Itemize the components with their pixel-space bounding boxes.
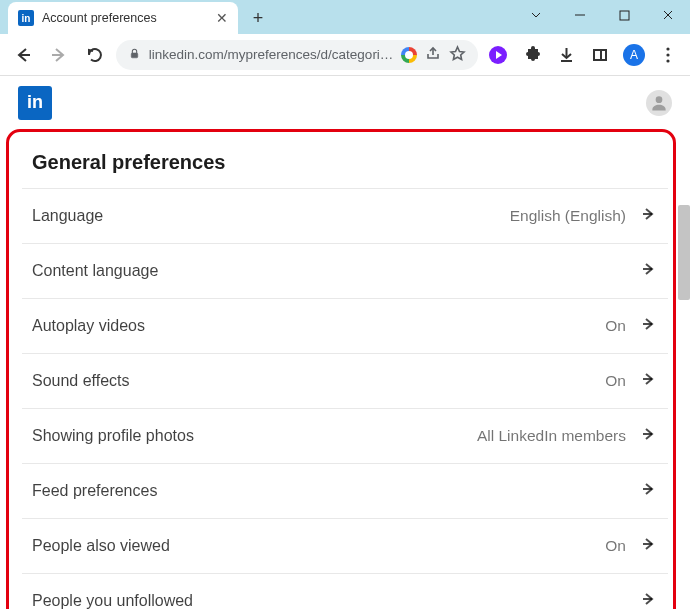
extension-play-icon[interactable]: [484, 41, 512, 69]
scrollbar-thumb[interactable]: [678, 205, 690, 300]
svg-rect-1: [620, 11, 629, 20]
svg-point-14: [666, 53, 669, 56]
arrow-right-icon: [640, 315, 658, 337]
pref-label: Language: [32, 207, 103, 225]
svg-marker-8: [451, 47, 464, 60]
pref-value: On: [605, 372, 626, 390]
nav-forward-button[interactable]: [44, 40, 74, 70]
arrow-right-icon: [640, 425, 658, 447]
tab-close-icon[interactable]: ✕: [216, 10, 228, 26]
pref-label: People you unfollowed: [32, 592, 193, 609]
pref-row-profile-photos[interactable]: Showing profile photos All LinkedIn memb…: [22, 408, 668, 463]
me-avatar[interactable]: [646, 90, 672, 116]
arrow-right-icon: [640, 590, 658, 609]
pref-label: Sound effects: [32, 372, 130, 390]
arrow-right-icon: [640, 480, 658, 502]
downloads-icon[interactable]: [552, 41, 580, 69]
browser-tab[interactable]: in Account preferences ✕: [8, 2, 238, 34]
svg-point-13: [666, 47, 669, 50]
pref-row-autoplay-videos[interactable]: Autoplay videos On: [22, 298, 668, 353]
window-titlebar: in Account preferences ✕ +: [0, 0, 690, 34]
arrow-right-icon: [640, 260, 658, 282]
content-area: General preferences Language English (En…: [0, 129, 690, 609]
general-preferences-card: General preferences Language English (En…: [22, 129, 668, 609]
pref-row-people-unfollowed[interactable]: People you unfollowed: [22, 573, 668, 609]
site-header: in: [0, 76, 690, 129]
lock-icon: [128, 47, 141, 63]
new-tab-button[interactable]: +: [244, 4, 272, 32]
window-minimize-button[interactable]: [558, 0, 602, 30]
pref-value: All LinkedIn members: [477, 427, 626, 445]
pref-value: English (English): [510, 207, 626, 225]
svg-point-15: [666, 59, 669, 62]
pref-row-content-language[interactable]: Content language: [22, 243, 668, 298]
section-title: General preferences: [22, 129, 668, 188]
svg-point-16: [656, 96, 663, 103]
pref-row-feed-preferences[interactable]: Feed preferences: [22, 463, 668, 518]
pref-label: People also viewed: [32, 537, 170, 555]
pref-value: On: [605, 537, 626, 555]
arrow-right-icon: [640, 535, 658, 557]
chevron-down-icon[interactable]: [514, 0, 558, 30]
linkedin-favicon: in: [18, 10, 34, 26]
bookmark-star-icon[interactable]: [449, 45, 466, 65]
arrow-right-icon: [640, 205, 658, 227]
pref-label: Autoplay videos: [32, 317, 145, 335]
window-close-button[interactable]: [646, 0, 690, 30]
profile-avatar-button[interactable]: A: [620, 41, 648, 69]
pref-label: Showing profile photos: [32, 427, 194, 445]
url-text: linkedin.com/mypreferences/d/categori…: [149, 47, 394, 62]
pref-label: Feed preferences: [32, 482, 157, 500]
nav-reload-button[interactable]: [80, 40, 110, 70]
tab-title: Account preferences: [42, 11, 208, 25]
pref-row-people-also-viewed[interactable]: People also viewed On: [22, 518, 668, 573]
share-icon[interactable]: [425, 45, 441, 64]
kebab-menu-icon[interactable]: [654, 41, 682, 69]
pref-label: Content language: [32, 262, 158, 280]
pref-row-sound-effects[interactable]: Sound effects On: [22, 353, 668, 408]
side-panel-icon[interactable]: [586, 41, 614, 69]
pref-row-language[interactable]: Language English (English): [22, 188, 668, 243]
google-icon[interactable]: [401, 47, 417, 63]
browser-toolbar: linkedin.com/mypreferences/d/categori… A: [0, 34, 690, 76]
nav-back-button[interactable]: [8, 40, 38, 70]
linkedin-logo[interactable]: in: [18, 86, 52, 120]
window-maximize-button[interactable]: [602, 0, 646, 30]
extensions-puzzle-icon[interactable]: [518, 41, 546, 69]
address-bar[interactable]: linkedin.com/mypreferences/d/categori…: [116, 40, 479, 70]
arrow-right-icon: [640, 370, 658, 392]
svg-rect-6: [131, 52, 138, 57]
pref-value: On: [605, 317, 626, 335]
